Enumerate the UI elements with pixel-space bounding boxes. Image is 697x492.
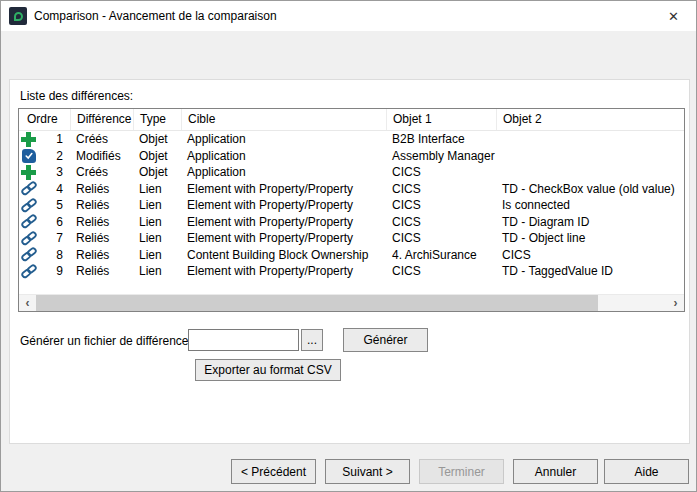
diff-file-input[interactable] <box>188 329 299 351</box>
row-cible: Application <box>182 131 387 148</box>
row-order: 2 <box>36 148 71 165</box>
cell-ordre: 6 <box>19 214 71 231</box>
column-header-ordre[interactable]: Ordre <box>19 109 71 130</box>
row-objet1: CICS <box>387 214 497 231</box>
cell-ordre: 5 <box>19 197 71 214</box>
row-objet2: Is connected <box>497 197 684 214</box>
cell-ordre: 8 <box>19 247 71 264</box>
row-difference: Reliés <box>71 230 134 247</box>
titlebar: Comparison - Avancement de la comparaiso… <box>1 1 696 31</box>
export-csv-button[interactable]: Exporter au format CSV <box>195 359 341 381</box>
row-objet2: CICS <box>497 247 684 264</box>
row-cible: Element with Property/Property <box>182 197 387 214</box>
previous-button[interactable]: < Précédent <box>231 459 316 484</box>
row-type: Objet <box>134 148 182 165</box>
row-order: 7 <box>37 230 71 247</box>
row-objet1: CICS <box>387 263 497 280</box>
table-row[interactable]: 4 Reliés Lien Element with Property/Prop… <box>19 181 684 198</box>
row-order: 6 <box>37 214 71 231</box>
generate-file-label: Générer un fichier de différences: <box>20 334 198 348</box>
row-cible: Element with Property/Property <box>182 214 387 231</box>
browse-button[interactable]: ... <box>301 329 323 351</box>
scroll-left-icon[interactable]: ‹ <box>19 295 36 311</box>
table-row[interactable]: 2 Modifiés Objet Application Assembly Ma… <box>19 148 684 165</box>
window-title: Comparison - Avancement de la comparaiso… <box>34 9 277 23</box>
created-plus-icon <box>21 165 36 180</box>
link-icon <box>21 214 37 229</box>
row-cible: Element with Property/Property <box>182 263 387 280</box>
differences-table: Ordre Différence Type Cible Objet 1 Obje… <box>18 108 685 312</box>
row-objet1: B2B Interface <box>387 131 497 148</box>
row-order: 5 <box>37 197 71 214</box>
row-objet2: TD - TaggedValue ID <box>497 263 684 280</box>
row-difference: Créés <box>71 131 134 148</box>
row-objet1: 4. ArchiSurance <box>387 247 497 264</box>
cell-ordre: 2 <box>19 148 71 165</box>
dialog-window: Comparison - Avancement de la comparaiso… <box>0 0 697 492</box>
app-icon-ring <box>14 12 23 21</box>
row-type: Lien <box>134 197 182 214</box>
row-type: Objet <box>134 164 182 181</box>
column-header-objet2[interactable]: Objet 2 <box>497 109 684 130</box>
link-icon <box>21 231 37 246</box>
close-icon[interactable]: ✕ <box>651 1 696 31</box>
help-button[interactable]: Aide <box>604 459 689 484</box>
table-row[interactable]: 5 Reliés Lien Element with Property/Prop… <box>19 197 684 214</box>
row-type: Objet <box>134 131 182 148</box>
row-difference: Reliés <box>71 247 134 264</box>
generate-button[interactable]: Générer <box>343 328 428 352</box>
cell-ordre: 7 <box>19 230 71 247</box>
row-order: 3 <box>36 164 71 181</box>
app-icon <box>9 7 27 25</box>
row-objet2: TD - Diagram ID <box>497 214 684 231</box>
table-row[interactable]: 6 Reliés Lien Element with Property/Prop… <box>19 214 684 231</box>
row-order: 1 <box>36 131 71 148</box>
created-plus-icon <box>21 132 36 147</box>
table-body: 1 Créés Objet Application B2B Interface … <box>19 131 684 294</box>
cell-ordre: 9 <box>19 263 71 280</box>
row-cible: Application <box>182 148 387 165</box>
cell-ordre: 4 <box>19 181 71 198</box>
row-difference: Reliés <box>71 214 134 231</box>
scroll-right-icon[interactable]: › <box>667 295 684 311</box>
cell-ordre: 3 <box>19 164 71 181</box>
row-objet1: CICS <box>387 164 497 181</box>
column-header-objet1[interactable]: Objet 1 <box>387 109 497 130</box>
scrollbar-thumb[interactable] <box>36 295 598 311</box>
row-cible: Application <box>182 164 387 181</box>
table-row[interactable]: 3 Créés Objet Application CICS <box>19 164 684 181</box>
table-row[interactable]: 7 Reliés Lien Element with Property/Prop… <box>19 230 684 247</box>
row-difference: Créés <box>71 164 134 181</box>
table-row[interactable]: 1 Créés Objet Application B2B Interface <box>19 131 684 148</box>
table-row[interactable]: 9 Reliés Lien Element with Property/Prop… <box>19 263 684 280</box>
row-order: 8 <box>37 247 71 264</box>
row-type: Lien <box>134 181 182 198</box>
row-difference: Reliés <box>71 181 134 198</box>
row-type: Lien <box>134 247 182 264</box>
column-header-type[interactable]: Type <box>134 109 182 130</box>
row-order: 4 <box>37 181 71 198</box>
table-header: Ordre Différence Type Cible Objet 1 Obje… <box>19 109 684 131</box>
row-order: 9 <box>37 263 71 280</box>
link-icon <box>21 181 37 196</box>
cell-ordre: 1 <box>19 131 71 148</box>
row-objet2: TD - CheckBox value (old value) <box>497 181 684 198</box>
next-button[interactable]: Suivant > <box>325 459 410 484</box>
row-objet1: CICS <box>387 230 497 247</box>
scrollbar-track[interactable] <box>598 295 667 311</box>
link-icon <box>21 198 37 213</box>
row-type: Lien <box>134 214 182 231</box>
column-header-difference[interactable]: Différence <box>71 109 134 130</box>
row-objet1: CICS <box>387 197 497 214</box>
row-cible: Element with Property/Property <box>182 230 387 247</box>
horizontal-scrollbar[interactable]: ‹ › <box>19 294 684 311</box>
row-type: Lien <box>134 230 182 247</box>
table-row[interactable]: 8 Reliés Lien Content Building Block Own… <box>19 247 684 264</box>
link-icon <box>21 264 37 279</box>
row-difference: Reliés <box>71 197 134 214</box>
column-header-cible[interactable]: Cible <box>182 109 387 130</box>
content-panel: Liste des différences: Ordre Différence … <box>9 79 690 444</box>
finish-button[interactable]: Terminer <box>419 459 504 484</box>
row-cible: Element with Property/Property <box>182 181 387 198</box>
cancel-button[interactable]: Annuler <box>513 459 598 484</box>
